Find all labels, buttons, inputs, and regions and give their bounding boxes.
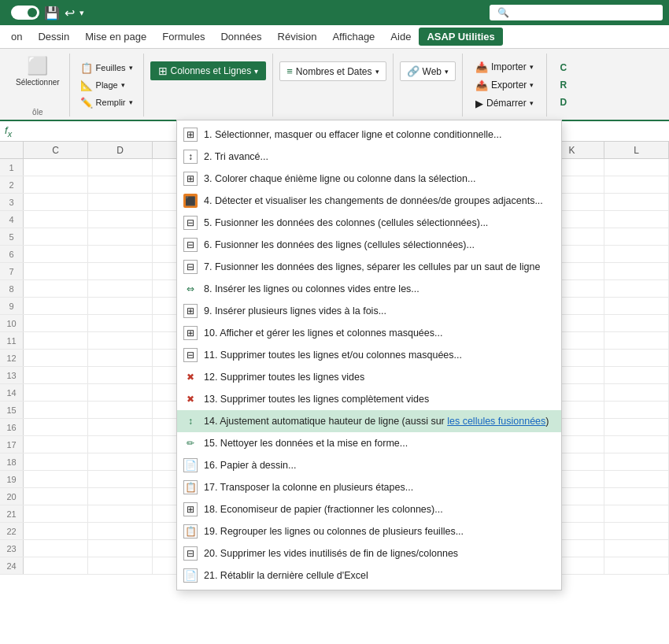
exporter-btn[interactable]: 📤 Exporter ▾ bbox=[469, 78, 540, 93]
data-cell[interactable] bbox=[604, 263, 669, 280]
data-cell[interactable] bbox=[88, 436, 153, 453]
data-cell[interactable] bbox=[24, 350, 88, 367]
data-cell[interactable] bbox=[24, 488, 88, 505]
menu-item-13[interactable]: ✖ 13. Supprimer toutes les lignes complè… bbox=[177, 388, 561, 410]
data-cell[interactable] bbox=[88, 505, 153, 523]
data-cell[interactable] bbox=[88, 419, 153, 436]
select-btn[interactable]: ⬜ Sélectionner bbox=[11, 54, 65, 89]
feuilles-btn[interactable]: 📋 Feuilles ▾ bbox=[76, 61, 137, 76]
data-cell[interactable] bbox=[24, 436, 88, 453]
data-cell[interactable] bbox=[24, 332, 88, 350]
data-cell[interactable] bbox=[24, 402, 88, 419]
menu-item-18[interactable]: ⊞ 18. Economiseur de papier (fractionner… bbox=[177, 498, 561, 520]
quick-access-arrow[interactable]: ▾ bbox=[79, 8, 84, 18]
data-cell[interactable] bbox=[88, 176, 153, 194]
menu-item-19[interactable]: 📋 19. Regrouper les lignes ou colonnes d… bbox=[177, 520, 561, 542]
ribbon-toggle[interactable]: 💾 ↩ ▾ bbox=[6, 6, 305, 20]
menu-item-4[interactable]: ⬛ 4. Détecter et visualiser les changeme… bbox=[177, 190, 561, 212]
data-cell[interactable] bbox=[604, 540, 669, 557]
menu-item-14[interactable]: ↕ 14. Ajustement automatique hauteur de … bbox=[177, 410, 561, 432]
data-cell[interactable] bbox=[88, 263, 153, 280]
data-cell[interactable] bbox=[88, 315, 153, 332]
data-cell[interactable] bbox=[604, 384, 669, 402]
data-cell[interactable] bbox=[604, 159, 669, 176]
data-cell[interactable] bbox=[604, 298, 669, 315]
data-cell[interactable] bbox=[88, 332, 153, 350]
data-cell[interactable] bbox=[604, 176, 669, 194]
data-cell[interactable] bbox=[88, 159, 153, 176]
menu-item-10[interactable]: ⊞ 10. Afficher et gérer les lignes et co… bbox=[177, 322, 561, 344]
data-cell[interactable] bbox=[604, 315, 669, 332]
tool-d-btn[interactable]: D bbox=[553, 95, 573, 109]
data-cell[interactable] bbox=[24, 298, 88, 315]
data-cell[interactable] bbox=[604, 402, 669, 419]
data-cell[interactable] bbox=[24, 315, 88, 332]
menu-item-2[interactable]: ↕ 2. Tri avancé... bbox=[177, 146, 561, 168]
menu-item-dessin[interactable]: Dessin bbox=[30, 28, 77, 46]
menu-item-6[interactable]: ⊟ 6. Fusionner les données des lignes (c… bbox=[177, 234, 561, 256]
data-cell[interactable] bbox=[24, 523, 88, 540]
data-cell[interactable] bbox=[604, 453, 669, 471]
tool-r-btn[interactable]: R bbox=[553, 78, 573, 92]
menu-item-16[interactable]: 📄 16. Papier à dessin... bbox=[177, 454, 561, 476]
data-cell[interactable] bbox=[24, 159, 88, 176]
data-cell[interactable] bbox=[88, 298, 153, 315]
data-cell[interactable] bbox=[604, 367, 669, 384]
data-cell[interactable] bbox=[24, 505, 88, 523]
data-cell[interactable] bbox=[24, 557, 88, 575]
data-cell[interactable] bbox=[88, 246, 153, 263]
data-cell[interactable] bbox=[604, 228, 669, 246]
data-cell[interactable] bbox=[24, 246, 88, 263]
menu-item-17[interactable]: 📋 17. Transposer la colonne en plusieurs… bbox=[177, 476, 561, 498]
menu-item-21[interactable]: 📄 21. Rétablir la dernière cellule d'Exc… bbox=[177, 564, 561, 587]
data-cell[interactable] bbox=[24, 263, 88, 280]
tool-c-btn[interactable]: C bbox=[553, 61, 573, 75]
data-cell[interactable] bbox=[88, 280, 153, 298]
menu-item-9[interactable]: ⊞ 9. Insérer plusieurs lignes vides à la… bbox=[177, 300, 561, 322]
search-box[interactable]: 🔍 bbox=[490, 5, 663, 20]
data-cell[interactable] bbox=[604, 332, 669, 350]
data-cell[interactable] bbox=[24, 471, 88, 488]
data-cell[interactable] bbox=[24, 176, 88, 194]
plage-btn[interactable]: 📐 Plage ▾ bbox=[76, 78, 137, 93]
data-cell[interactable] bbox=[88, 523, 153, 540]
web-btn[interactable]: 🔗 Web ▾ bbox=[400, 61, 456, 81]
colonnes-lignes-btn[interactable]: ⊞ Colonnes et Lignes ▾ bbox=[150, 61, 267, 80]
data-cell[interactable] bbox=[24, 280, 88, 298]
data-cell[interactable] bbox=[604, 246, 669, 263]
data-cell[interactable] bbox=[88, 471, 153, 488]
data-cell[interactable] bbox=[24, 367, 88, 384]
data-cell[interactable] bbox=[24, 228, 88, 246]
menu-item-3[interactable]: ⊞ 3. Colorer chaque énième ligne ou colo… bbox=[177, 168, 561, 190]
menu-item-7[interactable]: ⊟ 7. Fusionner les données des lignes, s… bbox=[177, 256, 561, 278]
data-cell[interactable] bbox=[88, 402, 153, 419]
menu-item-asap[interactable]: ASAP Utilities bbox=[419, 28, 502, 46]
data-cell[interactable] bbox=[24, 540, 88, 557]
data-cell[interactable] bbox=[604, 505, 669, 523]
menu-item-mise-en-page[interactable]: Mise en page bbox=[77, 28, 154, 46]
undo-icon[interactable]: ↩ bbox=[65, 6, 75, 20]
data-cell[interactable] bbox=[88, 384, 153, 402]
menu-item-donnees[interactable]: Données bbox=[213, 28, 269, 46]
data-cell[interactable] bbox=[604, 557, 669, 575]
data-cell[interactable] bbox=[88, 488, 153, 505]
menu-item-20[interactable]: ⊟ 20. Supprimer les vides inutilisés de … bbox=[177, 542, 561, 564]
menu-item-formules[interactable]: Formules bbox=[154, 28, 213, 46]
data-cell[interactable] bbox=[24, 384, 88, 402]
data-cell[interactable] bbox=[24, 453, 88, 471]
data-cell[interactable] bbox=[604, 436, 669, 453]
remplir-btn[interactable]: ✏️ Remplir ▾ bbox=[76, 95, 137, 110]
data-cell[interactable] bbox=[88, 453, 153, 471]
menu-item-15[interactable]: ✏ 15. Nettoyer les données et la mise en… bbox=[177, 432, 561, 454]
data-cell[interactable] bbox=[88, 350, 153, 367]
data-cell[interactable] bbox=[604, 419, 669, 436]
menu-item-affichage[interactable]: Affichage bbox=[324, 28, 383, 46]
data-cell[interactable] bbox=[88, 557, 153, 575]
menu-item-12[interactable]: ✖ 12. Supprimer toutes les lignes vides bbox=[177, 366, 561, 388]
data-cell[interactable] bbox=[604, 471, 669, 488]
data-cell[interactable] bbox=[604, 523, 669, 540]
data-cell[interactable] bbox=[88, 211, 153, 228]
data-cell[interactable] bbox=[604, 211, 669, 228]
save-icon[interactable]: 💾 bbox=[44, 6, 60, 20]
demarrer-btn[interactable]: ▶ Démarrer ▾ bbox=[469, 96, 540, 111]
